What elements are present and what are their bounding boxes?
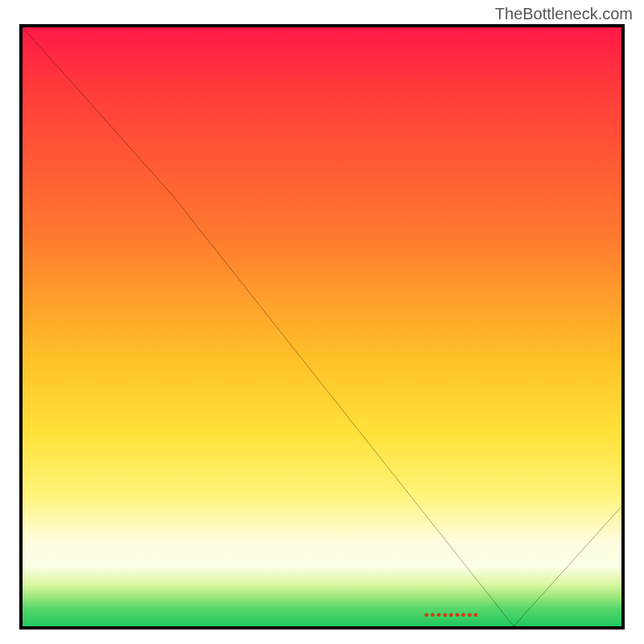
line-series <box>23 27 621 626</box>
plot-area: ●●●●●●●●● <box>19 24 625 630</box>
bottom-marker: ●●●●●●●●● <box>423 609 479 619</box>
attribution-label: TheBottleneck.com <box>495 5 633 23</box>
curve-path <box>23 27 621 626</box>
chart-container: TheBottleneck.com ●●●●●●●●● <box>0 0 644 644</box>
